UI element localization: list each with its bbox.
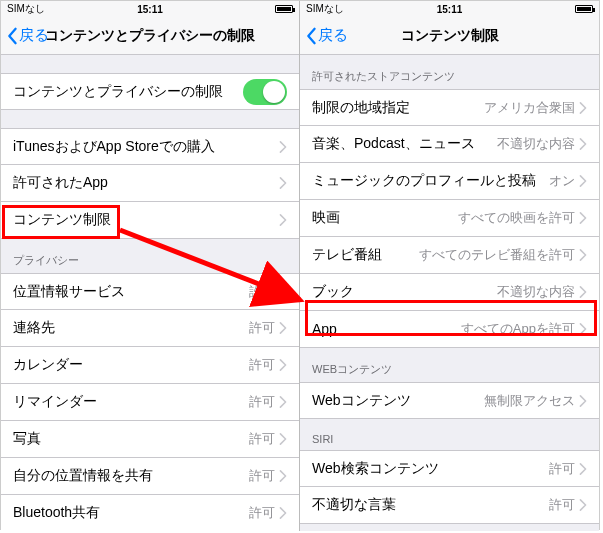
nav-title: コンテンツとプライバシーの制限	[1, 27, 299, 45]
row-label: 自分の位置情報を共有	[13, 467, 249, 485]
row-value: オン	[549, 172, 575, 190]
chevron-right-icon	[279, 359, 287, 371]
row-value: すべての映画を許可	[458, 209, 575, 227]
chevron-right-icon	[579, 463, 587, 475]
status-time: 15:11	[300, 4, 599, 15]
row-value: すべてのテレビ番組を許可	[419, 246, 575, 264]
nav-title: コンテンツ制限	[300, 27, 599, 45]
chevron-right-icon	[279, 214, 287, 226]
phone-right: SIMなし 15:11 戻る コンテンツ制限 許可されたストアコンテンツ 制限の…	[300, 1, 599, 531]
chevron-right-icon	[579, 323, 587, 335]
row-value: 許可	[549, 496, 575, 514]
settings-row[interactable]: 不適切な言葉許可	[300, 487, 599, 524]
row-value: アメリカ合衆国	[484, 99, 575, 117]
chevron-right-icon	[279, 141, 287, 153]
row-label: 音楽、Podcast、ニュース	[312, 135, 497, 153]
chevron-right-icon	[279, 177, 287, 189]
chevron-right-icon	[579, 175, 587, 187]
row-value: 許可	[249, 467, 275, 485]
status-bar: SIMなし 15:11	[300, 1, 599, 17]
settings-row[interactable]: iTunesおよびApp Storeでの購入	[1, 128, 299, 165]
settings-row[interactable]: 写真許可	[1, 421, 299, 458]
chevron-right-icon	[279, 470, 287, 482]
settings-row[interactable]: ブック不適切な内容	[300, 274, 599, 311]
settings-row[interactable]: 自分の位置情報を共有許可	[1, 458, 299, 495]
chevron-right-icon	[579, 102, 587, 114]
status-bar: SIMなし 15:11	[1, 1, 299, 17]
row-value: 許可	[249, 283, 275, 301]
chevron-right-icon	[279, 322, 287, 334]
row-value: 不適切な内容	[497, 283, 575, 301]
settings-row[interactable]: Web検索コンテンツ許可	[300, 450, 599, 487]
row-label: Bluetooth共有	[13, 504, 249, 522]
phone-left: SIMなし 15:11 戻る コンテンツとプライバシーの制限 コンテンツとプライ…	[1, 1, 300, 531]
row-label: 不適切な言葉	[312, 496, 549, 514]
chevron-right-icon	[279, 433, 287, 445]
settings-row[interactable]: リマインダー許可	[1, 384, 299, 421]
settings-row[interactable]: ミュージックのプロフィールと投稿オン	[300, 163, 599, 200]
row-label: 許可されたApp	[13, 174, 279, 192]
row-label: テレビ番組	[312, 246, 419, 264]
settings-row[interactable]: AppすべてのAppを許可	[300, 311, 599, 348]
settings-row[interactable]: 位置情報サービス許可	[1, 273, 299, 310]
row-label: カレンダー	[13, 356, 249, 374]
settings-row[interactable]: 許可されたApp	[1, 165, 299, 202]
chevron-right-icon	[279, 396, 287, 408]
toggle-switch[interactable]	[243, 79, 287, 105]
row-label: リマインダー	[13, 393, 249, 411]
row-label: Webコンテンツ	[312, 392, 484, 410]
settings-row[interactable]: Webコンテンツ無制限アクセス	[300, 382, 599, 419]
settings-row[interactable]: 音楽、Podcast、ニュース不適切な内容	[300, 126, 599, 163]
row-label: コンテンツとプライバシーの制限	[13, 83, 243, 101]
row-label: Web検索コンテンツ	[312, 460, 549, 478]
row-label: 映画	[312, 209, 458, 227]
row-value: 許可	[249, 356, 275, 374]
nav-bar: 戻る コンテンツとプライバシーの制限	[1, 17, 299, 55]
chevron-right-icon	[579, 395, 587, 407]
row-value: 許可	[549, 460, 575, 478]
row-value: 許可	[249, 319, 275, 337]
row-label: 連絡先	[13, 319, 249, 337]
chevron-right-icon	[579, 249, 587, 261]
row-label: iTunesおよびApp Storeでの購入	[13, 138, 279, 156]
row-label: 写真	[13, 430, 249, 448]
status-icons	[275, 5, 293, 13]
settings-row[interactable]: 映画すべての映画を許可	[300, 200, 599, 237]
settings-row[interactable]: テレビ番組すべてのテレビ番組を許可	[300, 237, 599, 274]
row-value: 許可	[249, 504, 275, 522]
status-icons	[575, 5, 593, 13]
row-label: ブック	[312, 283, 497, 301]
chevron-right-icon	[579, 499, 587, 511]
section-header-web: WEBコンテンツ	[300, 348, 599, 382]
chevron-right-icon	[579, 138, 587, 150]
chevron-right-icon	[279, 507, 287, 519]
row-value: 許可	[249, 393, 275, 411]
settings-row[interactable]: コンテンツ制限	[1, 202, 299, 239]
row-value: 不適切な内容	[497, 135, 575, 153]
settings-row[interactable]: コンテンツとプライバシーの制限	[1, 73, 299, 110]
chevron-right-icon	[579, 212, 587, 224]
section-header-privacy: プライバシー	[1, 239, 299, 273]
nav-bar: 戻る コンテンツ制限	[300, 17, 599, 55]
row-label: コンテンツ制限	[13, 211, 279, 229]
status-time: 15:11	[1, 4, 299, 15]
row-label: 制限の地域指定	[312, 99, 484, 117]
row-value: 無制限アクセス	[484, 392, 575, 410]
row-label: App	[312, 321, 461, 337]
settings-row[interactable]: 連絡先許可	[1, 310, 299, 347]
settings-row[interactable]: 制限の地域指定アメリカ合衆国	[300, 89, 599, 126]
chevron-right-icon	[579, 286, 587, 298]
row-label: 位置情報サービス	[13, 283, 249, 301]
chevron-right-icon	[279, 286, 287, 298]
section-header-store: 許可されたストアコンテンツ	[300, 55, 599, 89]
row-label: ミュージックのプロフィールと投稿	[312, 172, 549, 190]
row-value: 許可	[249, 430, 275, 448]
settings-row[interactable]: カレンダー許可	[1, 347, 299, 384]
section-header-siri: SIRI	[300, 419, 599, 450]
row-value: すべてのAppを許可	[461, 320, 575, 338]
settings-row[interactable]: Bluetooth共有許可	[1, 495, 299, 531]
